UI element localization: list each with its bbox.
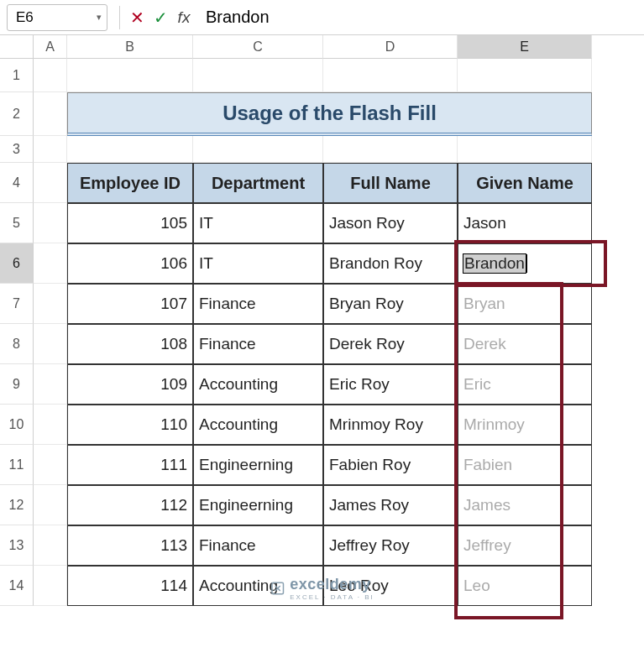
cell-C1[interactable] bbox=[193, 59, 323, 92]
cell-C11[interactable]: Engineerning bbox=[193, 445, 323, 485]
column-header-b[interactable]: B bbox=[67, 35, 193, 59]
column-header-e[interactable]: E bbox=[458, 35, 592, 59]
cell-D3[interactable] bbox=[323, 136, 458, 163]
cell-A14[interactable] bbox=[34, 566, 67, 606]
cell-E4[interactable]: Given Name bbox=[458, 163, 592, 203]
cell-D8[interactable]: Derek Roy bbox=[323, 324, 458, 364]
column-header-c[interactable]: C bbox=[193, 35, 323, 59]
cell-B4[interactable]: Employee ID bbox=[67, 163, 193, 203]
cell-C9[interactable]: Accounting bbox=[193, 364, 323, 405]
cell-E5[interactable]: Jason bbox=[458, 203, 592, 243]
cell-C5[interactable]: IT bbox=[193, 203, 323, 243]
cell-A11[interactable] bbox=[34, 445, 67, 485]
cell-D1[interactable] bbox=[323, 59, 458, 92]
divider bbox=[119, 6, 120, 29]
cell-E9[interactable]: Eric bbox=[458, 364, 592, 405]
row-header-10[interactable]: 10 bbox=[0, 405, 34, 445]
cell-A13[interactable] bbox=[34, 525, 67, 566]
cell-A12[interactable] bbox=[34, 485, 67, 525]
cell-B10[interactable]: 110 bbox=[67, 405, 193, 445]
cell-C7[interactable]: Finance bbox=[193, 284, 323, 324]
formula-input[interactable]: Brandon bbox=[196, 4, 644, 31]
row-header-6[interactable]: 6 bbox=[0, 243, 34, 284]
cell-E14[interactable]: Leo bbox=[458, 566, 592, 606]
cell-E10[interactable]: Mrinmoy bbox=[458, 405, 592, 445]
cell-A7[interactable] bbox=[34, 284, 67, 324]
row-header-13[interactable]: 13 bbox=[0, 525, 34, 566]
cell-B14[interactable]: 114 bbox=[67, 566, 193, 606]
cell-A4[interactable] bbox=[34, 163, 67, 203]
cell-C8[interactable]: Finance bbox=[193, 324, 323, 364]
row-header-11[interactable]: 11 bbox=[0, 445, 34, 485]
cell-E3[interactable] bbox=[458, 136, 592, 163]
row-header-5[interactable]: 5 bbox=[0, 203, 34, 243]
cell-D7[interactable]: Bryan Roy bbox=[323, 284, 458, 324]
cell-A8[interactable] bbox=[34, 324, 67, 364]
cell-B8[interactable]: 108 bbox=[67, 324, 193, 364]
name-box[interactable]: E6 ▾ bbox=[7, 4, 107, 31]
cell-C3[interactable] bbox=[193, 136, 323, 163]
logo-icon bbox=[270, 581, 285, 596]
cell-A5[interactable] bbox=[34, 203, 67, 243]
cell-C12[interactable]: Engineerning bbox=[193, 485, 323, 525]
cell-B9[interactable]: 109 bbox=[67, 364, 193, 405]
cell-D5[interactable]: Jason Roy bbox=[323, 203, 458, 243]
cell-A2[interactable] bbox=[34, 92, 67, 136]
cell-D9[interactable]: Eric Roy bbox=[323, 364, 458, 405]
close-icon: ✕ bbox=[130, 8, 144, 28]
cell-B6[interactable]: 106 bbox=[67, 243, 193, 284]
cell-C13[interactable]: Finance bbox=[193, 525, 323, 566]
cell-A10[interactable] bbox=[34, 405, 67, 445]
insert-function-button[interactable]: fx bbox=[172, 4, 196, 31]
cell-E8[interactable]: Derek bbox=[458, 324, 592, 364]
cell-B12[interactable]: 112 bbox=[67, 485, 193, 525]
cell-C6[interactable]: IT bbox=[193, 243, 323, 284]
table-header-label: Full Name bbox=[350, 174, 431, 193]
title-cell[interactable]: Usage of the Flash Fill bbox=[67, 92, 592, 136]
row-header-1[interactable]: 1 bbox=[0, 59, 34, 92]
cell-B1[interactable] bbox=[67, 59, 193, 92]
chevron-down-icon[interactable]: ▾ bbox=[97, 12, 102, 23]
cell-D4[interactable]: Full Name bbox=[323, 163, 458, 203]
cell-E13[interactable]: Jeffrey bbox=[458, 525, 592, 566]
cell-A9[interactable] bbox=[34, 364, 67, 405]
row-header-8[interactable]: 8 bbox=[0, 324, 34, 364]
row-header-3[interactable]: 3 bbox=[0, 136, 34, 163]
active-edit-cell[interactable]: Brandon bbox=[458, 243, 592, 284]
cancel-button[interactable]: ✕ bbox=[125, 4, 149, 31]
cell-C10[interactable]: Accounting bbox=[193, 405, 323, 445]
cell-B3[interactable] bbox=[67, 136, 193, 163]
cell-D11[interactable]: Fabien Roy bbox=[323, 445, 458, 485]
row-header-12[interactable]: 12 bbox=[0, 485, 34, 525]
formula-input-value: Brandon bbox=[206, 8, 270, 27]
cell-E12[interactable]: James bbox=[458, 485, 592, 525]
cell-E11[interactable]: Fabien bbox=[458, 445, 592, 485]
row-header-14[interactable]: 14 bbox=[0, 566, 34, 606]
cell-B5[interactable]: 105 bbox=[67, 203, 193, 243]
cell-D6[interactable]: Brandon Roy bbox=[323, 243, 458, 284]
cell-B13[interactable]: 113 bbox=[67, 525, 193, 566]
cell-A3[interactable] bbox=[34, 136, 67, 163]
table-header-label: Department bbox=[212, 174, 305, 193]
cell-A1[interactable] bbox=[34, 59, 67, 92]
fx-icon: fx bbox=[178, 8, 191, 27]
column-header-a[interactable]: A bbox=[34, 35, 67, 59]
cell-A6[interactable] bbox=[34, 243, 67, 284]
cell-D10[interactable]: Mrinmoy Roy bbox=[323, 405, 458, 445]
cell-D13[interactable]: Jeffrey Roy bbox=[323, 525, 458, 566]
enter-button[interactable]: ✓ bbox=[149, 4, 172, 31]
cell-C4[interactable]: Department bbox=[193, 163, 323, 203]
row-header-7[interactable]: 7 bbox=[0, 284, 34, 324]
cell-B11[interactable]: 111 bbox=[67, 445, 193, 485]
text-caret bbox=[526, 254, 527, 273]
row-header-9[interactable]: 9 bbox=[0, 364, 34, 405]
column-header-d[interactable]: D bbox=[323, 35, 458, 59]
row-header-4[interactable]: 4 bbox=[0, 163, 34, 203]
cell-E1[interactable] bbox=[458, 59, 592, 92]
select-all-corner[interactable] bbox=[0, 35, 34, 59]
cell-D12[interactable]: James Roy bbox=[323, 485, 458, 525]
row-header-2[interactable]: 2 bbox=[0, 92, 34, 136]
spreadsheet-grid: A B C D E 12Usage of the Flash Fill34Emp… bbox=[0, 35, 644, 606]
cell-B7[interactable]: 107 bbox=[67, 284, 193, 324]
cell-E7[interactable]: Bryan bbox=[458, 284, 592, 324]
